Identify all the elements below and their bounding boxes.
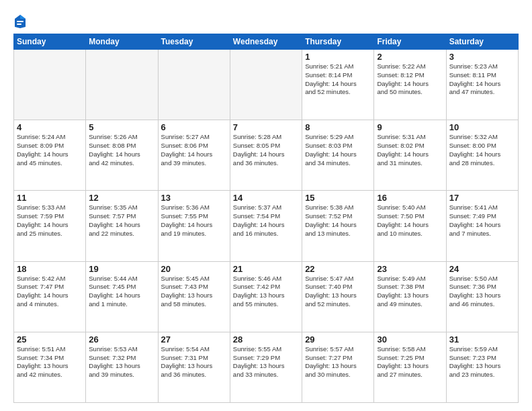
day-info: Sunrise: 5:49 AMSunset: 7:38 PMDaylight:… [377, 275, 443, 309]
calendar-cell: 5Sunrise: 5:26 AMSunset: 8:08 PMDaylight… [86, 120, 158, 191]
day-info: Sunrise: 5:26 AMSunset: 8:08 PMDaylight:… [89, 133, 154, 167]
header [13, 11, 519, 30]
calendar-cell [14, 50, 86, 120]
calendar-cell [158, 50, 230, 120]
day-info: Sunrise: 5:27 AMSunset: 8:06 PMDaylight:… [161, 133, 227, 167]
calendar-cell: 6Sunrise: 5:27 AMSunset: 8:06 PMDaylight… [158, 120, 230, 191]
header-row: SundayMondayTuesdayWednesdayThursdayFrid… [14, 34, 519, 50]
calendar-cell: 27Sunrise: 5:54 AMSunset: 7:31 PMDayligh… [158, 332, 230, 402]
calendar-cell: 24Sunrise: 5:50 AMSunset: 7:36 PMDayligh… [446, 261, 518, 332]
day-info: Sunrise: 5:41 AMSunset: 7:49 PMDaylight:… [449, 203, 515, 238]
calendar-cell: 29Sunrise: 5:57 AMSunset: 7:27 PMDayligh… [302, 332, 374, 402]
day-info: Sunrise: 5:37 AMSunset: 7:54 PMDaylight:… [233, 203, 299, 238]
day-info: Sunrise: 5:51 AMSunset: 7:34 PMDaylight:… [17, 345, 83, 379]
day-number: 2 [377, 52, 443, 62]
calendar-cell: 14Sunrise: 5:37 AMSunset: 7:54 PMDayligh… [230, 191, 302, 261]
week-row-1: 1Sunrise: 5:21 AMSunset: 8:14 PMDaylight… [14, 50, 519, 120]
week-row-4: 18Sunrise: 5:42 AMSunset: 7:47 PMDayligh… [14, 261, 519, 332]
calendar-cell: 15Sunrise: 5:38 AMSunset: 7:52 PMDayligh… [302, 191, 374, 261]
day-info: Sunrise: 5:46 AMSunset: 7:42 PMDaylight:… [233, 275, 299, 309]
logo-icon [13, 13, 27, 30]
day-number: 24 [449, 264, 515, 274]
day-header-friday: Friday [374, 34, 446, 50]
day-number: 29 [305, 334, 371, 345]
day-info: Sunrise: 5:38 AMSunset: 7:52 PMDaylight:… [305, 203, 371, 238]
day-number: 13 [161, 193, 227, 203]
calendar-cell [86, 50, 158, 120]
day-header-sunday: Sunday [14, 34, 86, 50]
calendar-cell: 31Sunrise: 5:59 AMSunset: 7:23 PMDayligh… [446, 332, 518, 402]
day-info: Sunrise: 5:53 AMSunset: 7:32 PMDaylight:… [89, 345, 154, 379]
week-row-2: 4Sunrise: 5:24 AMSunset: 8:09 PMDaylight… [14, 120, 519, 191]
calendar-cell: 18Sunrise: 5:42 AMSunset: 7:47 PMDayligh… [14, 261, 86, 332]
day-number: 6 [161, 122, 227, 132]
day-number: 27 [161, 334, 227, 345]
day-number: 22 [305, 264, 371, 274]
day-number: 3 [449, 52, 515, 62]
calendar-cell: 23Sunrise: 5:49 AMSunset: 7:38 PMDayligh… [374, 261, 446, 332]
week-row-5: 25Sunrise: 5:51 AMSunset: 7:34 PMDayligh… [14, 332, 519, 402]
calendar-cell: 13Sunrise: 5:36 AMSunset: 7:55 PMDayligh… [158, 191, 230, 261]
day-info: Sunrise: 5:22 AMSunset: 8:12 PMDaylight:… [377, 62, 443, 97]
day-number: 1 [305, 52, 371, 62]
calendar-cell: 26Sunrise: 5:53 AMSunset: 7:32 PMDayligh… [86, 332, 158, 402]
day-header-thursday: Thursday [302, 34, 374, 50]
svg-rect-2 [17, 21, 24, 22]
day-header-saturday: Saturday [446, 34, 518, 50]
day-number: 10 [449, 122, 515, 132]
calendar-cell: 28Sunrise: 5:55 AMSunset: 7:29 PMDayligh… [230, 332, 302, 402]
svg-marker-1 [20, 15, 26, 19]
page: SundayMondayTuesdayWednesdayThursdayFrid… [0, 0, 532, 411]
week-row-3: 11Sunrise: 5:33 AMSunset: 7:59 PMDayligh… [14, 191, 519, 261]
day-info: Sunrise: 5:24 AMSunset: 8:09 PMDaylight:… [17, 133, 83, 167]
calendar-cell: 4Sunrise: 5:24 AMSunset: 8:09 PMDaylight… [14, 120, 86, 191]
day-header-tuesday: Tuesday [158, 34, 230, 50]
day-info: Sunrise: 5:29 AMSunset: 8:03 PMDaylight:… [305, 133, 371, 167]
day-info: Sunrise: 5:45 AMSunset: 7:43 PMDaylight:… [161, 275, 227, 309]
calendar-table: SundayMondayTuesdayWednesdayThursdayFrid… [13, 34, 519, 403]
day-info: Sunrise: 5:40 AMSunset: 7:50 PMDaylight:… [377, 203, 443, 238]
day-info: Sunrise: 5:57 AMSunset: 7:27 PMDaylight:… [305, 345, 371, 379]
calendar-cell: 10Sunrise: 5:32 AMSunset: 8:00 PMDayligh… [446, 120, 518, 191]
day-number: 15 [305, 193, 371, 203]
day-number: 19 [89, 264, 154, 274]
day-info: Sunrise: 5:44 AMSunset: 7:45 PMDaylight:… [89, 275, 154, 309]
day-number: 9 [377, 122, 443, 132]
day-info: Sunrise: 5:21 AMSunset: 8:14 PMDaylight:… [305, 62, 371, 97]
calendar-cell: 22Sunrise: 5:47 AMSunset: 7:40 PMDayligh… [302, 261, 374, 332]
day-info: Sunrise: 5:36 AMSunset: 7:55 PMDaylight:… [161, 203, 227, 238]
day-number: 16 [377, 193, 443, 203]
calendar-cell: 1Sunrise: 5:21 AMSunset: 8:14 PMDaylight… [302, 50, 374, 120]
calendar-cell: 19Sunrise: 5:44 AMSunset: 7:45 PMDayligh… [86, 261, 158, 332]
day-number: 5 [89, 122, 154, 132]
day-header-monday: Monday [86, 34, 158, 50]
day-info: Sunrise: 5:32 AMSunset: 8:00 PMDaylight:… [449, 133, 515, 167]
day-header-wednesday: Wednesday [230, 34, 302, 50]
calendar-cell: 8Sunrise: 5:29 AMSunset: 8:03 PMDaylight… [302, 120, 374, 191]
day-number: 26 [89, 334, 154, 345]
day-number: 31 [449, 334, 515, 345]
day-info: Sunrise: 5:33 AMSunset: 7:59 PMDaylight:… [17, 203, 83, 238]
calendar-cell: 16Sunrise: 5:40 AMSunset: 7:50 PMDayligh… [374, 191, 446, 261]
day-number: 11 [17, 193, 83, 203]
day-number: 18 [17, 264, 83, 274]
day-number: 28 [233, 334, 299, 345]
day-number: 4 [17, 122, 83, 132]
day-info: Sunrise: 5:23 AMSunset: 8:11 PMDaylight:… [449, 62, 515, 97]
calendar-cell: 12Sunrise: 5:35 AMSunset: 7:57 PMDayligh… [86, 191, 158, 261]
day-info: Sunrise: 5:50 AMSunset: 7:36 PMDaylight:… [449, 275, 515, 309]
day-info: Sunrise: 5:58 AMSunset: 7:25 PMDaylight:… [377, 345, 443, 379]
day-info: Sunrise: 5:47 AMSunset: 7:40 PMDaylight:… [305, 275, 371, 309]
day-info: Sunrise: 5:55 AMSunset: 7:29 PMDaylight:… [233, 345, 299, 379]
calendar-cell: 20Sunrise: 5:45 AMSunset: 7:43 PMDayligh… [158, 261, 230, 332]
day-number: 21 [233, 264, 299, 274]
day-info: Sunrise: 5:35 AMSunset: 7:57 PMDaylight:… [89, 203, 154, 238]
day-number: 23 [377, 264, 443, 274]
calendar-cell: 3Sunrise: 5:23 AMSunset: 8:11 PMDaylight… [446, 50, 518, 120]
calendar-cell: 21Sunrise: 5:46 AMSunset: 7:42 PMDayligh… [230, 261, 302, 332]
calendar-cell [230, 50, 302, 120]
svg-rect-3 [17, 24, 21, 25]
calendar-cell: 25Sunrise: 5:51 AMSunset: 7:34 PMDayligh… [14, 332, 86, 402]
calendar-cell: 2Sunrise: 5:22 AMSunset: 8:12 PMDaylight… [374, 50, 446, 120]
day-number: 20 [161, 264, 227, 274]
